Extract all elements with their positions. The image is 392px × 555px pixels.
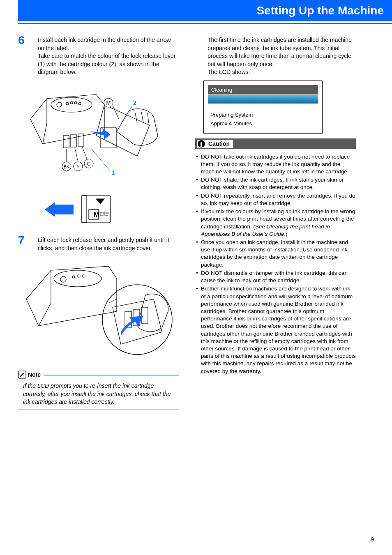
cartridge-innobella: innobella [100,212,108,214]
svg-line-12 [121,106,132,123]
step-number: 7 [18,235,38,252]
svg-point-2 [66,102,69,105]
svg-point-25 [60,276,66,282]
caution-item: DO NOT repeatedly insert and remove the … [195,192,356,207]
step-7-text: Lift each lock release lever and gently … [38,236,179,252]
lcd-progress-bar [208,95,318,104]
right-column: The first time the ink cartridges are in… [187,36,374,415]
step-number: 6 [18,35,38,76]
svg-point-28 [83,275,85,277]
diagram-cartridge-arrow: M brother innobella [43,191,179,229]
caution-list: DO NOT take out ink cartridges if you do… [195,153,356,375]
svg-rect-7 [71,135,76,147]
svg-line-11 [113,105,119,119]
svg-line-19 [91,149,110,171]
page-number: 9 [371,536,374,543]
lcd-body: Preparing System Approx 4 Minutes [208,111,318,128]
note-box: Note If the LCD prompts you to re-insert… [18,371,179,410]
note-header: Note [18,371,179,379]
note-bottom-rule [18,410,179,410]
left-column: 6 Install each ink cartridge in the dire… [0,36,187,415]
svg-rect-6 [63,136,69,148]
note-top-rule [44,375,179,375]
cartridge-m-label: M [94,211,99,218]
intro-text: The first time the ink cartridges are in… [195,36,356,76]
note-body: If the LCD prompts you to re-insert the … [18,379,179,410]
svg-point-26 [72,276,75,278]
content-columns: 6 Install each ink cartridge in the dire… [0,36,392,415]
diagram-cartridge-install: M 2 BK Y C 1 [22,82,179,185]
svg-point-1 [57,102,62,107]
svg-point-4 [74,101,77,104]
note-label: Note [28,371,44,378]
caution-item: DO NOT take out ink cartridges if you do… [195,153,356,176]
page-header: Setting Up the Machine [18,0,392,21]
callout-bk: BK [64,164,70,169]
caution-item: Brother multifunction machines are desig… [195,285,356,375]
pencil-note-icon [18,371,26,379]
callout-y: Y [76,164,80,170]
svg-point-3 [70,101,73,104]
caution-header: Caution [195,138,356,149]
svg-point-27 [78,275,80,277]
svg-rect-32 [141,307,148,324]
caution-item: DO NOT shake the ink cartridges. If ink … [195,176,356,191]
svg-line-18 [82,147,87,159]
callout-m: M [106,100,111,106]
caution-item: DO NOT dismantle or tamper with the ink … [195,269,356,284]
caution-icon [198,140,205,147]
svg-point-0 [51,97,92,112]
page-title: Setting Up the Machine [256,4,384,17]
header-underline [18,23,392,24]
lcd-title-bar: Cleaning [208,85,318,94]
caution-item: Once you open an ink cartridge, install … [195,239,356,269]
step-6-text: Install each ink cartridge in the direct… [38,36,179,76]
svg-line-33 [108,299,117,303]
callout-1: 1 [112,169,115,176]
cartridge-brand-small: brother [100,214,108,216]
svg-rect-20 [55,205,74,214]
svg-point-24 [54,270,101,287]
step-7: 7 Lift each lock release lever and gentl… [18,236,179,252]
callout-c: C [87,161,91,167]
diagram-close-cover [22,258,179,365]
caution-label: Caution [208,140,230,147]
svg-line-17 [75,148,78,162]
caution-item: If you mix the colours by installing an … [195,208,356,238]
step-6: 6 Install each ink cartridge in the dire… [18,36,179,76]
svg-point-5 [78,102,81,105]
lcd-line1: Preparing System [210,111,318,120]
lcd-display: Cleaning Preparing System Approx 4 Minut… [203,81,323,134]
callout-2: 2 [133,99,136,106]
lcd-line2: Approx 4 Minutes [210,120,318,128]
